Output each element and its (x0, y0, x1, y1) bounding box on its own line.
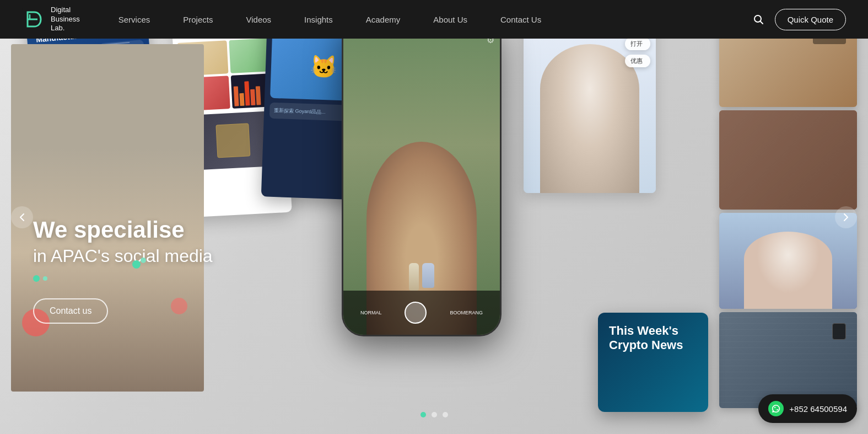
crypto-card-title: This Week's Crypto News (609, 324, 697, 353)
slider-dots (420, 412, 448, 417)
search-button[interactable] (753, 14, 764, 25)
slider-prev-button[interactable] (11, 206, 33, 228)
smartwatch-icon (832, 323, 846, 340)
ar-woman-silhouette (540, 44, 639, 193)
nav-videos[interactable]: Videos (229, 0, 288, 39)
whatsapp-svg (772, 404, 780, 413)
logo-link[interactable]: Digital Business Lab. (22, 6, 80, 34)
slider-next-button[interactable] (835, 206, 857, 228)
woman-face (744, 232, 832, 309)
hero-title: We specialise (33, 216, 213, 244)
phone-normal-label: NORMAL (360, 310, 382, 315)
hero-contact-button[interactable]: Contact us (33, 298, 108, 324)
nav-insights[interactable]: Insights (288, 0, 349, 39)
right-photo-woman-smile (719, 213, 857, 309)
right-photo-city (719, 312, 857, 408)
logo-icon (22, 8, 45, 31)
whatsapp-button[interactable]: +852 64500594 (758, 394, 857, 423)
quick-quote-button[interactable]: Quick Quote (775, 9, 846, 30)
decorative-dots (33, 275, 213, 282)
nav-about[interactable]: About Us (417, 0, 484, 39)
phone-person-image (343, 18, 500, 335)
slider-dot-1[interactable] (420, 412, 426, 417)
logo-text: Digital Business Lab. (51, 6, 80, 34)
nav-actions: Quick Quote (753, 9, 846, 30)
phone-capture-btn[interactable] (405, 302, 427, 324)
nav-contact[interactable]: Contact Us (484, 0, 558, 39)
deco-circle-light (141, 258, 146, 263)
chevron-right-icon (843, 213, 849, 222)
search-icon (753, 14, 764, 25)
slider-dot-3[interactable] (443, 412, 448, 417)
phone-boomerang-label: BOOMERANG (450, 310, 483, 315)
chevron-left-icon (19, 213, 25, 222)
hero-subtitle: in APAC's social media (33, 246, 213, 266)
phone-screen: NORMAL BOOMERANG ⚙ (343, 18, 500, 335)
phone-bottom-bar: NORMAL BOOMERANG (343, 291, 500, 335)
product-items (409, 263, 434, 291)
navbar: Digital Business Lab. Services Projects … (0, 0, 868, 39)
hero-text-block: We specialise in APAC's social media Con… (33, 216, 213, 324)
crypto-card: This Week's Crypto News (598, 313, 708, 412)
nav-academy[interactable]: Academy (349, 0, 417, 39)
deco-circle-teal (132, 260, 141, 269)
whatsapp-number: +852 64500594 (789, 404, 847, 414)
whatsapp-icon (768, 401, 784, 416)
ar-badge-2: 打开 (625, 37, 650, 50)
slider-dot-2[interactable] (432, 412, 437, 417)
hero-section: Alibaba's Consumer-to-Manufacturer Strat… (0, 0, 868, 434)
nav-links: Services Projects Videos Insights Academ… (102, 0, 753, 39)
right-photo-dining (719, 110, 857, 210)
nav-projects[interactable]: Projects (166, 0, 229, 39)
phone-mockup: NORMAL BOOMERANG ⚙ (342, 17, 502, 336)
right-photo-column (719, 11, 857, 408)
nav-services[interactable]: Services (102, 0, 167, 39)
ar-badge-3: 优惠 (625, 55, 650, 67)
